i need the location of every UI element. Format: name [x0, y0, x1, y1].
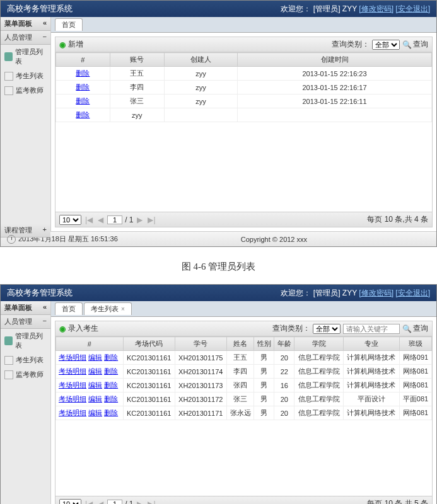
app-header: 高校考务管理系统 欢迎您： [管理员] ZYY [修改密码] [安全退出]	[1, 285, 436, 301]
logout-link[interactable]: [安全退出]	[395, 4, 430, 13]
col-name: 姓名	[226, 337, 253, 351]
first-page-icon[interactable]: |◀	[84, 500, 94, 504]
pager: 10 |◀ ◀ / 1 ▶ ▶| 每页 10 条,共 5 条	[55, 496, 433, 504]
cell-sid: XH201301174	[175, 365, 226, 379]
next-page-icon[interactable]: ▶	[136, 215, 144, 224]
cell-class: 网络081	[399, 365, 431, 379]
page-size-select[interactable]: 10	[59, 499, 81, 504]
cell-time: 2013-01-15 22:16:23	[238, 67, 432, 81]
change-password-link[interactable]: [修改密码]	[359, 289, 393, 297]
delete-link[interactable]: 删除	[76, 111, 90, 118]
cell-class: 网络091	[399, 351, 431, 365]
cell-name: 张永远	[226, 406, 253, 420]
col-major: 专业	[343, 337, 399, 351]
table-row: 考场明细 编辑 删除KC201301161XH201301171张永远男20信息…	[56, 406, 432, 420]
tab-home[interactable]: 首页	[55, 302, 83, 315]
prev-page-icon[interactable]: ◀	[96, 500, 105, 504]
delete-link[interactable]: 删除	[76, 69, 90, 77]
figure-caption: 图 4-6 管理员列表	[0, 253, 437, 284]
cell-age: 20	[274, 406, 294, 420]
last-page-icon[interactable]: ▶|	[146, 215, 156, 224]
sidebar-section-people[interactable]: 人员管理 −	[1, 31, 50, 45]
op-link[interactable]: 删除	[104, 395, 118, 403]
tab-student-list[interactable]: 考生列表×	[84, 302, 132, 315]
sidebar-item-proctor[interactable]: 监考教师	[1, 367, 50, 382]
cell-creator: zyy	[164, 67, 237, 81]
col-age: 年龄	[274, 337, 294, 351]
query-select[interactable]: 全部	[372, 40, 400, 50]
last-page-icon[interactable]: ▶|	[146, 500, 156, 504]
cell-age: 20	[274, 392, 294, 406]
cell-name: 张三	[226, 392, 253, 406]
sidebar: 菜单面板 « 人员管理 − 管理员列表 考生列表 监考教师 课程管理 +	[1, 301, 51, 504]
op-link[interactable]: 删除	[104, 381, 118, 389]
page-input[interactable]	[107, 500, 122, 504]
figure-admin-list: 高校考务管理系统 欢迎您： [管理员] ZYY [修改密码] [安全退出] 菜单…	[0, 0, 437, 247]
table-row: 考场明细 编辑 删除KC201301161XH201301173张四男16信息工…	[56, 379, 432, 392]
system-title: 高校考务管理系统	[7, 3, 73, 14]
clock-icon	[7, 235, 16, 244]
add-student-button[interactable]: ◉ 录入考生	[59, 323, 98, 334]
op-link[interactable]: 考场明细	[59, 381, 86, 389]
tab-home[interactable]: 首页	[55, 18, 83, 31]
sidebar-item-proctor[interactable]: 监考教师	[1, 83, 50, 98]
sidebar-item-student-list[interactable]: 考生列表	[1, 69, 50, 83]
col-sex: 性别	[254, 337, 274, 351]
page-input[interactable]	[107, 215, 122, 224]
op-link[interactable]: 删除	[104, 353, 118, 361]
first-page-icon[interactable]: |◀	[84, 215, 94, 224]
doc-icon	[4, 356, 13, 365]
cell-name: 李四	[226, 365, 253, 379]
change-password-link[interactable]: [修改密码]	[359, 4, 393, 13]
sidebar-section-people[interactable]: 人员管理 −	[1, 315, 50, 329]
user-name: ZYY	[342, 289, 357, 297]
prev-page-icon[interactable]: ◀	[96, 215, 105, 224]
op-link[interactable]: 编辑	[88, 353, 102, 361]
page-size-select[interactable]: 10	[59, 215, 81, 225]
footer: 2013年1月18日 星期五 16:51:36 Copyright © 2012…	[1, 231, 436, 246]
sidebar-panel-header: 菜单面板 «	[1, 17, 50, 31]
sidebar-item-student-list[interactable]: 考生列表	[1, 353, 50, 367]
cell-room: KC201301161	[123, 351, 175, 365]
collapse-icon[interactable]: «	[43, 19, 47, 28]
toolbar: ◉ 新增 查询类别： 全部 🔍查询	[55, 37, 433, 52]
header-right: 欢迎您： [管理员] ZYY [修改密码] [安全退出]	[281, 288, 430, 299]
sidebar: 菜单面板 « 人员管理 − 管理员列表 考生列表 监考教师 课程管理 +	[1, 17, 51, 231]
op-link[interactable]: 考场明细	[59, 395, 86, 403]
op-link[interactable]: 编辑	[88, 381, 102, 389]
add-button[interactable]: ◉ 新增	[59, 39, 83, 50]
op-link[interactable]: 考场明细	[59, 367, 86, 375]
welcome-text: 欢迎您：	[281, 289, 311, 297]
header-right: 欢迎您： [管理员] ZYY [修改密码] [安全退出]	[281, 4, 430, 14]
delete-link[interactable]: 删除	[76, 83, 90, 91]
search-button[interactable]: 🔍查询	[402, 39, 428, 50]
op-link[interactable]: 删除	[104, 367, 118, 375]
users-icon	[4, 52, 13, 61]
query-label: 查询类别：	[272, 323, 310, 334]
search-icon: 🔍	[402, 40, 412, 49]
delete-link[interactable]: 删除	[76, 97, 90, 105]
op-link[interactable]: 考场明细	[59, 353, 86, 361]
cell-sex: 男	[254, 379, 274, 392]
op-link[interactable]: 编辑	[88, 395, 102, 403]
pager: 10 |◀ ◀ / 1 ▶ ▶| 每页 10 条,共 4 条	[55, 212, 433, 227]
close-icon[interactable]: ×	[121, 306, 125, 312]
cell-class: 网络081	[399, 406, 431, 420]
op-link[interactable]: 编辑	[88, 367, 102, 375]
logout-link[interactable]: [安全退出]	[395, 289, 430, 297]
sidebar-item-admin-list[interactable]: 管理员列表	[1, 329, 50, 353]
cell-name: 张四	[226, 379, 253, 392]
sidebar-panel-header: 菜单面板 «	[1, 301, 50, 315]
sidebar-item-admin-list[interactable]: 管理员列表	[1, 45, 50, 69]
op-link[interactable]: 删除	[104, 409, 118, 416]
collapse-icon[interactable]: «	[43, 303, 47, 312]
op-link[interactable]: 考场明细	[59, 409, 86, 416]
query-select[interactable]: 全部	[313, 324, 341, 334]
op-link[interactable]: 编辑	[88, 409, 102, 416]
minus-icon: −	[43, 317, 47, 326]
search-button[interactable]: 🔍查询	[402, 323, 428, 334]
total-pages: / 1	[125, 500, 133, 504]
next-page-icon[interactable]: ▶	[136, 500, 144, 504]
col-op: #	[56, 53, 110, 67]
keyword-input[interactable]	[343, 324, 400, 334]
